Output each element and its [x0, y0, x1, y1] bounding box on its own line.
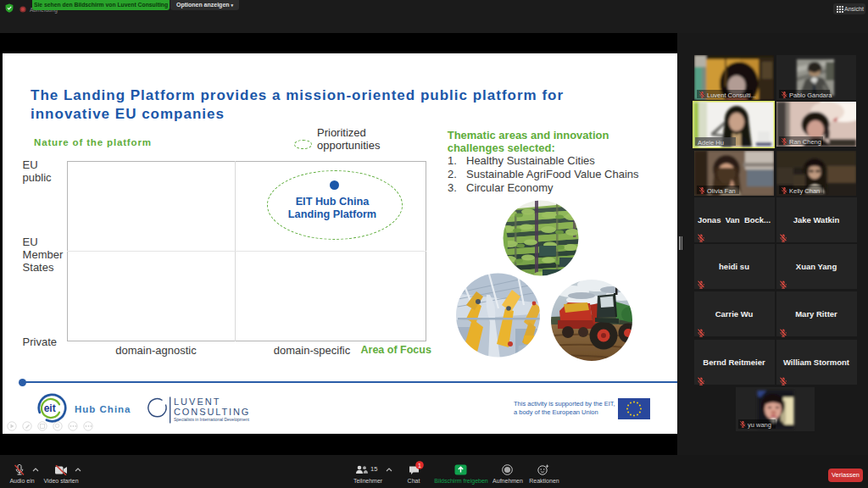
svg-text:Pablo Gándara: Pablo Gándara — [789, 91, 832, 98]
svg-text:Hub China: Hub China — [75, 404, 131, 414]
svg-text:Olivia Fan: Olivia Fan — [707, 186, 736, 194]
svg-text:1: 1 — [418, 463, 421, 469]
svg-text:Kelly Chan: Kelly Chan — [789, 186, 820, 194]
svg-text:Specialists in International D: Specialists in International Development — [174, 417, 250, 422]
svg-text:LUVENT: LUVENT — [174, 396, 220, 407]
svg-text:Ran Cheng: Ran Cheng — [789, 138, 821, 146]
svg-text:eit: eit — [44, 402, 56, 414]
svg-text:CONSULTING: CONSULTING — [174, 407, 250, 417]
svg-text:Adele Hu: Adele Hu — [698, 139, 724, 147]
svg-text:Luvent Consulti...: Luvent Consulti... — [707, 91, 756, 98]
svg-text:yu wang: yu wang — [748, 421, 771, 429]
